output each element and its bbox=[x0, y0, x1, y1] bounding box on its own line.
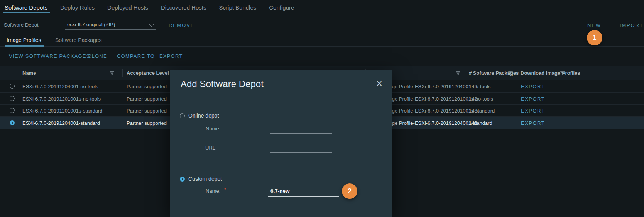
import-depot-button[interactable]: IMPORT bbox=[620, 22, 643, 28]
row-export-link[interactable]: EXPORT bbox=[521, 120, 545, 126]
add-software-depot-dialog: Add Software Depot × Online depot Name: … bbox=[170, 70, 392, 217]
column-separator bbox=[517, 69, 517, 77]
online-depot-radio[interactable] bbox=[180, 113, 185, 118]
cell-acceptance-level: Partner supported bbox=[127, 108, 167, 114]
export-button[interactable]: EXPORT bbox=[159, 53, 183, 59]
subtab-image-profiles[interactable]: Image Profiles bbox=[7, 37, 41, 43]
row-export-link[interactable]: EXPORT bbox=[521, 96, 545, 102]
cell-software-packages: 143 bbox=[469, 108, 477, 114]
cell-name: ESXi-6.7.0-20191204001-standard bbox=[22, 120, 100, 126]
cell-name: ESXi-6.7.0-20191204001-no-tools bbox=[22, 84, 98, 89]
auto-deploy-screen: Software Depots Deploy Rules Deployed Ho… bbox=[0, 0, 644, 217]
cell-acceptance-level: Partner supported bbox=[127, 120, 167, 126]
software-depot-selected-value: esxi-6.7-original (ZIP) bbox=[67, 22, 115, 27]
column-header-acceptance-level: Acceptance Level bbox=[127, 70, 169, 76]
online-depot-label[interactable]: Online depot bbox=[188, 113, 219, 119]
required-asterisk: * bbox=[224, 187, 226, 192]
tab-deployed-hosts[interactable]: Deployed Hosts bbox=[107, 4, 148, 11]
row-radio-unselected[interactable] bbox=[10, 108, 15, 113]
custom-name-input[interactable] bbox=[268, 187, 339, 197]
annotation-step-2-badge: 2 bbox=[342, 183, 357, 199]
dialog-title: Add Software Depot bbox=[181, 79, 264, 89]
row-radio-unselected[interactable] bbox=[10, 84, 15, 89]
cell-name: ESXi-6.7.0-20191201001s-no-tools bbox=[22, 96, 101, 102]
active-subtab-underline bbox=[5, 45, 44, 47]
row-export-link[interactable]: EXPORT bbox=[521, 108, 545, 114]
tab-script-bundles[interactable]: Script Bundles bbox=[219, 4, 257, 11]
custom-name-label: Name: bbox=[206, 188, 220, 194]
row-export-link[interactable]: EXPORT bbox=[521, 84, 545, 89]
filter-icon[interactable] bbox=[560, 71, 565, 76]
new-depot-button[interactable]: NEW bbox=[587, 22, 601, 28]
custom-depot-radio[interactable] bbox=[180, 177, 185, 182]
nav-divider bbox=[0, 13, 644, 13]
online-name-label: Name: bbox=[206, 126, 220, 131]
online-url-input[interactable] bbox=[270, 144, 332, 153]
subtab-software-packages[interactable]: Software Packages bbox=[55, 37, 102, 43]
software-depot-label: Software Depot bbox=[4, 22, 39, 28]
column-header-download-image-profiles: Download Image Profiles bbox=[521, 70, 580, 76]
online-url-label: URL: bbox=[205, 145, 217, 151]
cell-name: ESXi-6.7.0-20191201001s-standard bbox=[22, 108, 102, 114]
row-radio-unselected[interactable] bbox=[10, 96, 15, 101]
cell-acceptance-level: Partner supported bbox=[127, 84, 167, 89]
top-nav: Software Depots Deploy Rules Deployed Ho… bbox=[5, 4, 294, 11]
annotation-step-1-badge: 1 bbox=[587, 30, 602, 45]
custom-depot-label[interactable]: Custom depot bbox=[188, 176, 222, 182]
filter-icon[interactable] bbox=[508, 71, 513, 76]
column-separator bbox=[466, 69, 466, 77]
online-name-input[interactable] bbox=[270, 125, 332, 134]
column-header-name: Name bbox=[22, 70, 36, 76]
close-icon[interactable]: × bbox=[375, 79, 384, 89]
tab-deploy-rules[interactable]: Deploy Rules bbox=[60, 4, 95, 11]
subtab-divider bbox=[0, 46, 644, 47]
tab-configure[interactable]: Configure bbox=[269, 4, 294, 11]
cell-description: Image Profile-ESXi-6.7.0-20191201001s-st… bbox=[384, 108, 495, 114]
cell-software-packages: 143 bbox=[469, 120, 477, 126]
filter-icon[interactable] bbox=[456, 71, 460, 76]
tab-discovered-hosts[interactable]: Discovered Hosts bbox=[161, 4, 206, 11]
cell-acceptance-level: Partner supported bbox=[127, 96, 167, 102]
column-separator bbox=[122, 69, 123, 77]
cell-software-packages: 142 bbox=[469, 84, 477, 89]
row-radio-selected[interactable] bbox=[10, 120, 15, 125]
view-software-packages-button[interactable]: VIEW SOFTWARE PACKAGES bbox=[9, 53, 90, 59]
tab-software-depots[interactable]: Software Depots bbox=[5, 4, 47, 11]
software-depot-dropdown[interactable]: esxi-6.7-original (ZIP) bbox=[65, 20, 156, 30]
clone-button[interactable]: CLONE bbox=[88, 53, 107, 59]
column-separator bbox=[19, 69, 19, 77]
chevron-down-icon bbox=[149, 22, 154, 27]
cell-software-packages: 142 bbox=[469, 96, 477, 102]
filter-icon[interactable] bbox=[110, 71, 114, 76]
compare-to-button[interactable]: COMPARE TO bbox=[117, 53, 155, 59]
remove-depot-button[interactable]: REMOVE bbox=[169, 22, 194, 28]
active-tab-underline bbox=[3, 12, 50, 13]
